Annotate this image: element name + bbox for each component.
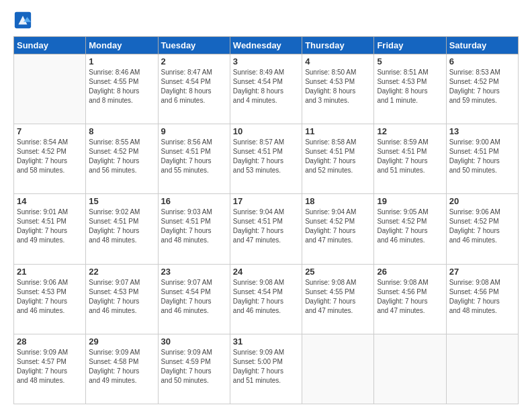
day-info: Sunrise: 8:46 AM Sunset: 4:55 PM Dayligh…	[89, 68, 154, 105]
day-number: 1	[89, 56, 154, 66]
weekday-wednesday: Wednesday	[230, 37, 302, 54]
day-cell: 28Sunrise: 9:09 AM Sunset: 4:57 PM Dayli…	[14, 334, 86, 404]
day-info: Sunrise: 9:08 AM Sunset: 4:55 PM Dayligh…	[305, 278, 371, 316]
day-info: Sunrise: 9:07 AM Sunset: 4:53 PM Dayligh…	[89, 278, 154, 316]
day-number: 25	[305, 267, 371, 277]
week-row-2: 7Sunrise: 8:54 AM Sunset: 4:52 PM Daylig…	[14, 124, 519, 194]
day-number: 29	[89, 336, 154, 347]
day-info: Sunrise: 9:09 AM Sunset: 5:00 PM Dayligh…	[233, 348, 299, 385]
day-cell: 4Sunrise: 8:50 AM Sunset: 4:53 PM Daylig…	[302, 54, 374, 124]
day-info: Sunrise: 9:09 AM Sunset: 4:57 PM Dayligh…	[17, 348, 83, 385]
day-cell: 16Sunrise: 9:03 AM Sunset: 4:51 PM Dayli…	[158, 194, 230, 264]
day-info: Sunrise: 9:03 AM Sunset: 4:51 PM Dayligh…	[161, 208, 227, 245]
day-cell: 26Sunrise: 9:08 AM Sunset: 4:56 PM Dayli…	[374, 264, 446, 334]
week-row-1: 1Sunrise: 8:46 AM Sunset: 4:55 PM Daylig…	[14, 54, 519, 124]
week-row-4: 21Sunrise: 9:06 AM Sunset: 4:53 PM Dayli…	[14, 264, 519, 334]
day-cell: 9Sunrise: 8:56 AM Sunset: 4:51 PM Daylig…	[158, 124, 230, 194]
day-cell: 8Sunrise: 8:55 AM Sunset: 4:52 PM Daylig…	[86, 124, 158, 194]
day-number: 11	[305, 126, 371, 136]
weekday-thursday: Thursday	[302, 37, 374, 54]
day-number: 20	[449, 196, 515, 206]
day-cell	[446, 334, 518, 404]
day-number: 26	[377, 267, 443, 277]
day-cell: 24Sunrise: 9:08 AM Sunset: 4:54 PM Dayli…	[230, 264, 302, 334]
day-info: Sunrise: 8:57 AM Sunset: 4:51 PM Dayligh…	[233, 138, 299, 175]
day-cell: 17Sunrise: 9:04 AM Sunset: 4:51 PM Dayli…	[230, 194, 302, 264]
day-number: 24	[233, 267, 299, 277]
day-info: Sunrise: 9:00 AM Sunset: 4:51 PM Dayligh…	[449, 138, 515, 175]
day-number: 15	[89, 196, 154, 206]
day-cell: 25Sunrise: 9:08 AM Sunset: 4:55 PM Dayli…	[302, 264, 374, 334]
day-info: Sunrise: 8:53 AM Sunset: 4:52 PM Dayligh…	[449, 68, 515, 105]
day-info: Sunrise: 9:07 AM Sunset: 4:54 PM Dayligh…	[161, 278, 227, 316]
day-number: 18	[305, 196, 371, 206]
day-info: Sunrise: 9:09 AM Sunset: 4:58 PM Dayligh…	[89, 348, 154, 385]
day-info: Sunrise: 9:08 AM Sunset: 4:56 PM Dayligh…	[377, 278, 443, 316]
day-info: Sunrise: 9:04 AM Sunset: 4:52 PM Dayligh…	[305, 208, 371, 245]
day-info: Sunrise: 9:08 AM Sunset: 4:54 PM Dayligh…	[233, 278, 299, 316]
day-number: 19	[377, 196, 443, 206]
day-info: Sunrise: 9:08 AM Sunset: 4:56 PM Dayligh…	[449, 278, 515, 316]
day-info: Sunrise: 8:55 AM Sunset: 4:52 PM Dayligh…	[89, 138, 154, 175]
day-cell: 30Sunrise: 9:09 AM Sunset: 4:59 PM Dayli…	[158, 334, 230, 404]
day-info: Sunrise: 8:49 AM Sunset: 4:54 PM Dayligh…	[233, 68, 299, 105]
day-number: 3	[233, 56, 299, 66]
day-number: 14	[17, 196, 83, 206]
day-info: Sunrise: 8:50 AM Sunset: 4:53 PM Dayligh…	[305, 68, 371, 105]
day-info: Sunrise: 9:09 AM Sunset: 4:59 PM Dayligh…	[161, 348, 227, 385]
day-number: 4	[305, 56, 371, 66]
day-cell: 6Sunrise: 8:53 AM Sunset: 4:52 PM Daylig…	[446, 54, 518, 124]
day-cell: 20Sunrise: 9:06 AM Sunset: 4:52 PM Dayli…	[446, 194, 518, 264]
day-number: 6	[449, 56, 515, 66]
day-number: 28	[17, 336, 83, 347]
logo-icon	[13, 11, 32, 30]
calendar-page: SundayMondayTuesdayWednesdayThursdayFrid…	[0, 0, 532, 411]
day-info: Sunrise: 9:04 AM Sunset: 4:51 PM Dayligh…	[233, 208, 299, 245]
logo	[13, 11, 34, 30]
day-info: Sunrise: 9:06 AM Sunset: 4:52 PM Dayligh…	[449, 208, 515, 245]
day-info: Sunrise: 9:02 AM Sunset: 4:51 PM Dayligh…	[89, 208, 154, 245]
day-info: Sunrise: 9:05 AM Sunset: 4:52 PM Dayligh…	[377, 208, 443, 245]
day-number: 16	[161, 196, 227, 206]
weekday-saturday: Saturday	[446, 37, 518, 54]
day-info: Sunrise: 9:01 AM Sunset: 4:51 PM Dayligh…	[17, 208, 83, 245]
day-cell: 27Sunrise: 9:08 AM Sunset: 4:56 PM Dayli…	[446, 264, 518, 334]
header	[13, 11, 519, 30]
day-cell	[302, 334, 374, 404]
day-number: 9	[161, 126, 227, 136]
day-cell: 5Sunrise: 8:51 AM Sunset: 4:53 PM Daylig…	[374, 54, 446, 124]
day-number: 21	[17, 267, 83, 277]
day-cell: 31Sunrise: 9:09 AM Sunset: 5:00 PM Dayli…	[230, 334, 302, 404]
day-number: 2	[161, 56, 227, 66]
day-info: Sunrise: 8:56 AM Sunset: 4:51 PM Dayligh…	[161, 138, 227, 175]
week-row-3: 14Sunrise: 9:01 AM Sunset: 4:51 PM Dayli…	[14, 194, 519, 264]
weekday-monday: Monday	[86, 37, 158, 54]
day-number: 5	[377, 56, 443, 66]
day-number: 7	[17, 126, 83, 136]
day-cell: 21Sunrise: 9:06 AM Sunset: 4:53 PM Dayli…	[14, 264, 86, 334]
day-cell: 19Sunrise: 9:05 AM Sunset: 4:52 PM Dayli…	[374, 194, 446, 264]
day-info: Sunrise: 8:58 AM Sunset: 4:51 PM Dayligh…	[305, 138, 371, 175]
day-info: Sunrise: 8:51 AM Sunset: 4:53 PM Dayligh…	[377, 68, 443, 105]
day-cell: 29Sunrise: 9:09 AM Sunset: 4:58 PM Dayli…	[86, 334, 158, 404]
day-number: 22	[89, 267, 154, 277]
day-cell: 18Sunrise: 9:04 AM Sunset: 4:52 PM Dayli…	[302, 194, 374, 264]
day-cell: 2Sunrise: 8:47 AM Sunset: 4:54 PM Daylig…	[158, 54, 230, 124]
day-number: 10	[233, 126, 299, 136]
day-cell: 13Sunrise: 9:00 AM Sunset: 4:51 PM Dayli…	[446, 124, 518, 194]
weekday-friday: Friday	[374, 37, 446, 54]
day-number: 23	[161, 267, 227, 277]
day-cell: 23Sunrise: 9:07 AM Sunset: 4:54 PM Dayli…	[158, 264, 230, 334]
day-cell: 1Sunrise: 8:46 AM Sunset: 4:55 PM Daylig…	[86, 54, 158, 124]
day-number: 30	[161, 336, 227, 347]
week-row-5: 28Sunrise: 9:09 AM Sunset: 4:57 PM Dayli…	[14, 334, 519, 404]
weekday-sunday: Sunday	[14, 37, 86, 54]
day-number: 17	[233, 196, 299, 206]
day-cell: 3Sunrise: 8:49 AM Sunset: 4:54 PM Daylig…	[230, 54, 302, 124]
day-info: Sunrise: 8:54 AM Sunset: 4:52 PM Dayligh…	[17, 138, 83, 175]
day-cell	[374, 334, 446, 404]
day-cell: 7Sunrise: 8:54 AM Sunset: 4:52 PM Daylig…	[14, 124, 86, 194]
day-cell: 14Sunrise: 9:01 AM Sunset: 4:51 PM Dayli…	[14, 194, 86, 264]
day-cell: 10Sunrise: 8:57 AM Sunset: 4:51 PM Dayli…	[230, 124, 302, 194]
day-cell: 22Sunrise: 9:07 AM Sunset: 4:53 PM Dayli…	[86, 264, 158, 334]
